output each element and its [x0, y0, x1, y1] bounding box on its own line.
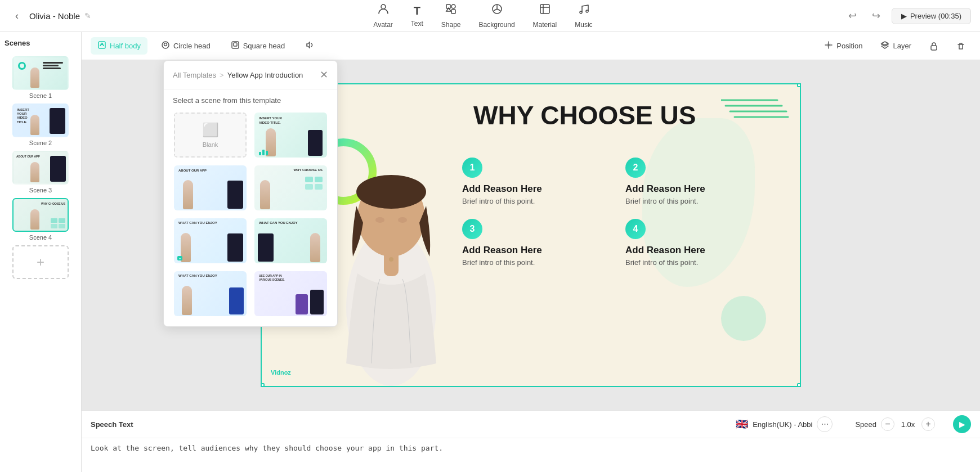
scene-avatar-3	[30, 162, 39, 182]
add-scene-button[interactable]: +	[12, 245, 69, 279]
scene-thumb-2: INSERT YOUR VIDEO TITLE.	[12, 104, 69, 137]
volume-button[interactable]	[298, 37, 321, 55]
scene-item-2[interactable]: INSERT YOUR VIDEO TITLE. Scene 2	[5, 104, 77, 146]
scenes-title: Scenes	[5, 39, 77, 52]
blank-card-icon: ⬜	[202, 122, 219, 138]
tmpl-about-phone	[227, 181, 243, 209]
selection-handle-br[interactable]	[797, 383, 801, 387]
main-area: Scenes Scene 1	[0, 32, 980, 472]
scene-avatar-1	[30, 68, 39, 88]
speech-input[interactable]	[91, 443, 971, 465]
svg-point-14	[164, 43, 167, 46]
speed-minus-button[interactable]: −	[881, 417, 894, 431]
toolbar-center: Avatar T Text Shape Background Material	[122, 3, 844, 29]
scene-thumb-img-3: ABOUT OUR APP	[14, 152, 68, 183]
svg-point-2	[451, 5, 455, 8]
position-button[interactable]: Position	[818, 37, 868, 55]
tmpl-insert-bars	[259, 150, 268, 155]
toolbar-avatar[interactable]: Avatar	[373, 3, 392, 29]
template-card-what-enjoy-2[interactable]: WHAT CAN YOU ENJOY	[253, 217, 328, 264]
scene-thumb-img-4: WHY CHOOSE US	[14, 199, 68, 231]
scene-title-3: ABOUT OUR APP	[16, 155, 40, 158]
flag-icon: 🇬🇧	[736, 418, 748, 430]
tmpl-use-phone1	[310, 290, 324, 314]
tmpl-why-avatar	[260, 180, 270, 209]
music-icon	[578, 3, 590, 19]
breadcrumb-all-templates[interactable]: All Templates	[173, 71, 216, 79]
tmpl-enjoy1-text: WHAT CAN YOU ENJOY	[178, 221, 217, 224]
template-card-what-enjoy-1[interactable]: WHAT CAN YOU ENJOY ●	[173, 217, 248, 264]
template-card-insert-video[interactable]: INSERT YOUR VIDEO TITLE.	[253, 111, 328, 159]
material-icon	[539, 3, 551, 19]
breadcrumb-separator: >	[220, 71, 224, 79]
circle-head-button[interactable]: Circle head	[154, 37, 217, 55]
template-card-about-app[interactable]: ABOUT OUR APP	[173, 164, 248, 212]
music-label: Music	[575, 21, 592, 29]
tmpl-insert-text: INSERT YOUR VIDEO TITLE.	[259, 116, 287, 125]
scene-thumb-1	[12, 56, 69, 90]
template-card-what-enjoy-1-inner: WHAT CAN YOU ENJOY ●	[174, 218, 247, 263]
scene-label-4: Scene 4	[29, 234, 52, 241]
back-button[interactable]: ‹	[9, 8, 25, 24]
toolbar-background[interactable]: Background	[479, 3, 515, 29]
lock-button[interactable]	[924, 38, 944, 54]
preview-button[interactable]: ▶ Preview (00:35)	[892, 8, 971, 24]
canvas[interactable]: WHY CHOOSE US 1 Add Reason Here Brief in…	[261, 83, 801, 387]
circle-head-label: Circle head	[173, 42, 211, 50]
delete-button[interactable]	[951, 38, 971, 54]
reason-title-2: Add Reason Here	[625, 183, 766, 195]
svg-rect-3	[451, 10, 455, 14]
scene-item-3[interactable]: ABOUT OUR APP Scene 3	[5, 151, 77, 194]
speed-plus-button[interactable]: +	[921, 417, 935, 431]
template-card-about-app-inner: ABOUT OUR APP	[174, 165, 247, 210]
canvas-reasons-grid: 1 Add Reason Here Brief intro of this po…	[462, 158, 766, 267]
reason-item-3: 3 Add Reason Here Brief intro of this po…	[462, 219, 603, 267]
tmpl-enjoy3-avatar	[182, 286, 192, 315]
template-card-blank[interactable]: ⬜ Blank	[173, 111, 248, 159]
play-button[interactable]: ▶	[953, 415, 971, 433]
scene-item-1[interactable]: Scene 1	[5, 56, 77, 99]
tmpl-enjoy2-text: WHAT CAN YOU ENJOY	[259, 221, 298, 224]
text-icon: T	[414, 5, 420, 17]
scene-item-4[interactable]: WHY CHOOSE US Scene 4	[5, 198, 77, 241]
selection-handle-bl[interactable]	[261, 383, 265, 387]
project-name: Olivia - Noble	[29, 11, 80, 21]
toolbar-left: ‹ Olivia - Noble ✎	[9, 8, 122, 24]
preview-play-icon: ▶	[901, 12, 907, 20]
svg-point-28	[398, 217, 407, 223]
reason-item-1: 1 Add Reason Here Brief intro of this po…	[462, 158, 603, 205]
content-area: All Templates > Yellow App Introduction …	[82, 32, 980, 472]
reason-title-3: Add Reason Here	[462, 245, 603, 256]
svg-point-29	[389, 257, 393, 262]
text-label: Text	[411, 20, 423, 28]
top-toolbar: ‹ Olivia - Noble ✎ Avatar T Text Shape B…	[0, 0, 980, 32]
template-panel: All Templates > Yellow App Introduction …	[163, 60, 338, 327]
toolbar-music[interactable]: Music	[575, 3, 592, 29]
svg-line-7	[494, 9, 497, 11]
language-selector[interactable]: 🇬🇧 English(UK) - Abbi ···	[736, 416, 833, 432]
layer-button[interactable]: Layer	[875, 37, 917, 55]
edit-icon[interactable]: ✎	[84, 11, 91, 20]
scene-thumb-3: ABOUT OUR APP	[12, 151, 69, 185]
toolbar-material[interactable]: Material	[533, 3, 557, 29]
template-grid: ⬜ Blank INSERT YOUR VIDEO TITLE.	[164, 109, 337, 326]
selection-handle-tr[interactable]	[797, 83, 801, 87]
bottom-toolbar: Speech Text 🇬🇧 English(UK) - Abbi ··· Sp…	[82, 411, 980, 438]
square-head-button[interactable]: Square head	[224, 37, 292, 55]
template-card-what-enjoy-3[interactable]: WHAT CAN YOU ENJOY	[173, 270, 248, 317]
redo-button[interactable]: ↪	[868, 7, 885, 24]
reason-number-4: 4	[625, 219, 646, 239]
template-card-use-app[interactable]: USE OUR APP IN VARIOUS SCENES.	[253, 270, 328, 317]
close-panel-button[interactable]: ✕	[320, 69, 328, 81]
undo-button[interactable]: ↩	[844, 7, 861, 24]
reason-desc-1: Brief intro of this point.	[462, 197, 603, 205]
template-card-why-choose[interactable]: WHY CHOOSE US	[253, 164, 328, 212]
language-more-button[interactable]: ···	[817, 416, 833, 432]
svg-rect-8	[540, 5, 549, 14]
toolbar-text[interactable]: T Text	[411, 5, 423, 28]
scene-label-2: Scene 2	[29, 140, 52, 146]
half-body-button[interactable]: Half body	[91, 37, 147, 55]
toolbar-shape[interactable]: Shape	[441, 3, 461, 29]
avatar-label: Avatar	[373, 21, 392, 29]
position-icon	[824, 41, 833, 51]
